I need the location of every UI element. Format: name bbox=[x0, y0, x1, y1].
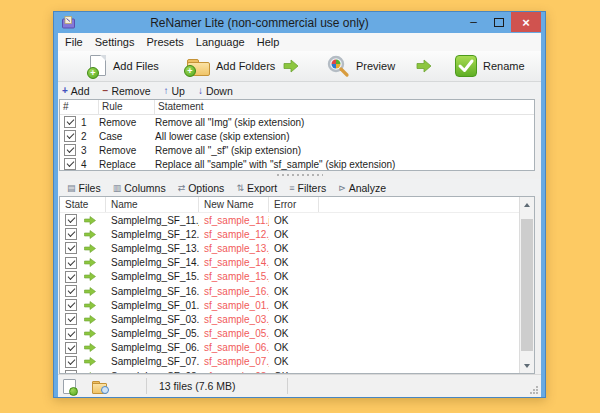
tab-icon: ▤ bbox=[67, 183, 76, 193]
triangle-up-icon bbox=[524, 203, 530, 207]
preview-icon bbox=[326, 54, 350, 78]
tab-icon: ⇄ bbox=[178, 183, 186, 193]
file-checkbox[interactable] bbox=[65, 370, 77, 373]
tab-filters[interactable]: ≡ Filters bbox=[284, 182, 331, 194]
rule-checkbox[interactable] bbox=[64, 116, 76, 128]
rename-arrow-icon bbox=[84, 272, 96, 281]
panel-splitter[interactable] bbox=[58, 171, 541, 179]
rule-row[interactable]: 2 Case All lower case (skip extension) bbox=[60, 129, 534, 143]
minimize-button[interactable]: – bbox=[461, 12, 486, 32]
arrow-up-icon: ↑ bbox=[163, 85, 168, 96]
preview-label: Preview bbox=[356, 60, 395, 72]
rules-col-statement[interactable]: Statement bbox=[155, 100, 534, 114]
file-row[interactable]: SampleImg_SF_14.jpg sf_sample_14.jpg OK bbox=[60, 256, 519, 270]
add-files-icon: + bbox=[89, 55, 107, 77]
tab-icon: ⊳ bbox=[338, 183, 346, 193]
rename-check-icon bbox=[455, 55, 477, 77]
close-button[interactable]: × bbox=[511, 12, 541, 32]
files-col-new-name[interactable]: New Name bbox=[199, 197, 269, 212]
file-row[interactable]: SampleImg_SF_07.jpg sf_sample_07.jpg OK bbox=[60, 355, 519, 369]
scrollbar-thumb[interactable] bbox=[521, 219, 533, 351]
file-checkbox[interactable] bbox=[65, 228, 77, 240]
rename-arrow-icon bbox=[84, 244, 96, 253]
rule-remove-button[interactable]: − Remove bbox=[103, 85, 151, 97]
menu-item-settings[interactable]: Settings bbox=[89, 34, 141, 50]
add-folders-button[interactable]: + Add Folders bbox=[186, 51, 275, 81]
file-row[interactable]: SampleImg_SF_03.jpg sf_sample_03.jpg OK bbox=[60, 312, 519, 326]
rules-col-rule[interactable]: Rule bbox=[99, 100, 155, 114]
preview-button[interactable]: Preview bbox=[326, 51, 395, 81]
statusbar-icons bbox=[58, 379, 146, 394]
rules-table-header: # Rule Statement bbox=[60, 100, 534, 115]
files-col-error[interactable]: Error bbox=[269, 197, 319, 212]
minus-icon: − bbox=[103, 85, 109, 96]
file-checkbox[interactable] bbox=[65, 313, 77, 325]
resize-grip-icon[interactable] bbox=[529, 385, 539, 395]
menu-item-help[interactable]: Help bbox=[251, 34, 286, 50]
file-row[interactable]: SampleImg_SF_16.jpg sf_sample_16.jpg OK bbox=[60, 284, 519, 298]
rules-table: # Rule Statement 1 Remove Remove all "Im… bbox=[59, 99, 535, 171]
file-checkbox[interactable] bbox=[65, 342, 77, 354]
menu-item-language[interactable]: Language bbox=[190, 34, 251, 50]
file-count-icon[interactable] bbox=[63, 379, 76, 394]
file-checkbox[interactable] bbox=[65, 214, 77, 226]
rename-arrow-icon bbox=[84, 343, 96, 352]
rules-col-number[interactable]: # bbox=[60, 100, 99, 114]
tab-icon: ≡ bbox=[289, 183, 294, 193]
file-checkbox[interactable] bbox=[65, 271, 77, 283]
add-files-button[interactable]: + Add Files bbox=[89, 51, 159, 81]
rule-down-button[interactable]: ↓ Down bbox=[198, 85, 233, 97]
splitter-grip-icon bbox=[277, 174, 323, 176]
file-row[interactable]: SampleImg_SF_15.jpg sf_sample_15.jpg OK bbox=[60, 270, 519, 284]
files-scrollbar[interactable] bbox=[519, 197, 534, 373]
tab-columns[interactable]: ▥ Columns bbox=[108, 182, 171, 194]
files-col-name[interactable]: Name bbox=[106, 197, 199, 212]
tab-analyze[interactable]: ⊳ Analyze bbox=[333, 182, 391, 194]
tab-files[interactable]: ▤ Files bbox=[62, 182, 106, 194]
folder-monitor-icon[interactable] bbox=[92, 381, 106, 392]
file-checkbox[interactable] bbox=[65, 242, 77, 254]
menu-item-presets[interactable]: Presets bbox=[140, 34, 189, 50]
file-row[interactable]: SampleImg_SF_05.jpg sf_sample_05.jpg OK bbox=[60, 327, 519, 341]
rename-arrow-icon bbox=[84, 216, 96, 225]
app-icon bbox=[61, 15, 76, 30]
files-col-state[interactable]: State bbox=[60, 197, 106, 212]
rule-row[interactable]: 3 Remove Remove all "_sf" (skip extensio… bbox=[60, 143, 534, 157]
rule-row[interactable]: 4 Replace Replace all "sample" with "sf_… bbox=[60, 157, 534, 171]
rename-button[interactable]: Rename bbox=[455, 51, 525, 81]
rule-up-button[interactable]: ↑ Up bbox=[163, 85, 184, 97]
title-bar[interactable]: ReNamer Lite (non-commercial use only) –… bbox=[58, 12, 541, 33]
rules-toolbar: + Add − Remove ↑ Up ↓ Down bbox=[58, 82, 541, 99]
file-row[interactable]: SampleImg_SF_06.jpg sf_sample_06.jpg OK bbox=[60, 341, 519, 355]
tab-export[interactable]: ⇅ Export bbox=[231, 182, 282, 194]
file-checkbox[interactable] bbox=[65, 285, 77, 297]
rename-arrow-icon bbox=[84, 315, 96, 324]
file-checkbox[interactable] bbox=[65, 257, 77, 269]
scroll-down-button[interactable] bbox=[520, 358, 534, 373]
window-title: ReNamer Lite (non-commercial use only) bbox=[88, 16, 431, 30]
file-row[interactable]: SampleImg_SF_11.jpg sf_sample_11.jpg OK bbox=[60, 213, 519, 227]
flow-arrow-icon bbox=[416, 59, 432, 73]
menu-bar: FileSettingsPresetsLanguageHelp bbox=[58, 33, 541, 51]
file-checkbox[interactable] bbox=[65, 356, 77, 368]
file-checkbox[interactable] bbox=[65, 299, 77, 311]
statusbar-separator bbox=[287, 378, 288, 394]
tab-options[interactable]: ⇄ Options bbox=[173, 182, 230, 194]
rename-arrow-icon bbox=[84, 357, 96, 366]
menu-item-file[interactable]: File bbox=[59, 34, 89, 50]
file-row[interactable]: SampleImg_SF_01.jpg sf_sample_01.jpg OK bbox=[60, 298, 519, 312]
maximize-button[interactable] bbox=[486, 12, 511, 32]
file-count-text: 13 files (7.6 MB) bbox=[147, 380, 287, 392]
rule-checkbox[interactable] bbox=[64, 130, 76, 142]
file-checkbox[interactable] bbox=[65, 328, 77, 340]
main-toolbar: + Add Files + Add Folders bbox=[58, 51, 541, 82]
rule-row[interactable]: 1 Remove Remove all "Img" (skip extensio… bbox=[60, 115, 534, 129]
file-row[interactable]: SampleImg_SF_08.jpg sf_sample_08.jpg OK bbox=[60, 369, 519, 373]
maximize-icon bbox=[494, 18, 504, 27]
rule-add-button[interactable]: + Add bbox=[62, 85, 90, 97]
rule-checkbox[interactable] bbox=[64, 158, 76, 170]
file-row[interactable]: SampleImg_SF_12.jpg sf_sample_12.jpg OK bbox=[60, 227, 519, 241]
scroll-up-button[interactable] bbox=[520, 197, 534, 212]
rule-checkbox[interactable] bbox=[64, 144, 76, 156]
file-row[interactable]: SampleImg_SF_13.jpg sf_sample_13.jpg OK bbox=[60, 241, 519, 255]
